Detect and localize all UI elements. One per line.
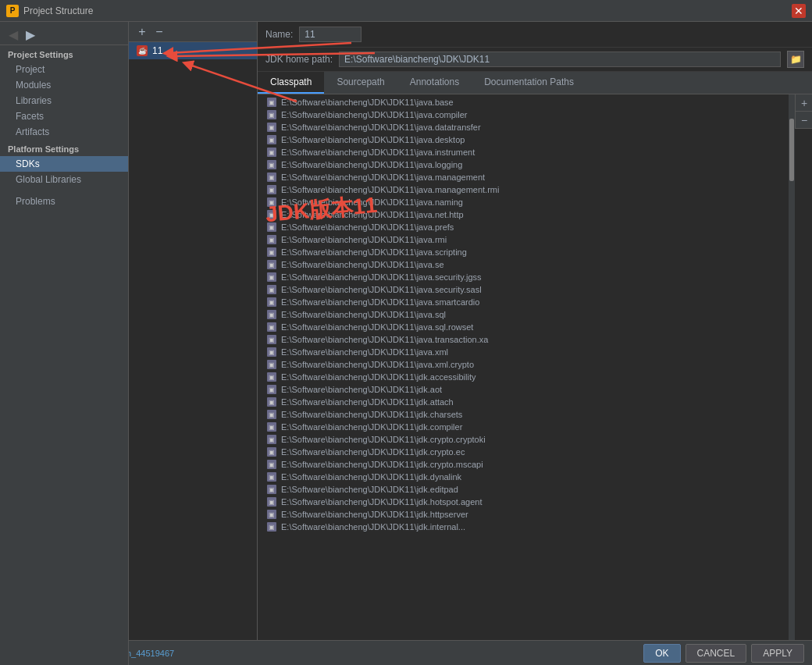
classpath-entry[interactable]: ▣E:\Software\biancheng\JDK\JDK11\java.sm… <box>264 296 789 308</box>
classpath-entry[interactable]: ▣E:\Software\biancheng\JDK\JDK11\jdk.dyn… <box>264 471 789 483</box>
classpath-entry[interactable]: ▣E:\Software\biancheng\JDK\JDK11\jdk.aot <box>264 383 789 396</box>
classpath-entry[interactable]: ▣E:\Software\biancheng\JDK\JDK11\java.tr… <box>264 333 789 346</box>
classpath-entry[interactable]: ▣E:\Software\biancheng\JDK\JDK11\java.in… <box>264 146 789 158</box>
classpath-entry[interactable]: ▣E:\Software\biancheng\JDK\JDK11\java.xm… <box>264 346 789 358</box>
jar-icon: ▣ <box>267 285 276 294</box>
classpath-entry[interactable]: ▣E:\Software\biancheng\JDK\JDK11\jdk.int… <box>264 521 789 533</box>
classpath-entry-text: E:\Software\biancheng\JDK\JDK11\java.rmi <box>281 235 447 244</box>
classpath-entry-text: E:\Software\biancheng\JDK\JDK11\java.sma… <box>281 297 479 307</box>
classpath-entry[interactable]: ▣E:\Software\biancheng\JDK\JDK11\java.rm… <box>264 233 789 246</box>
tab-annotations[interactable]: Annotations <box>397 72 472 94</box>
classpath-entry[interactable]: ▣E:\Software\biancheng\JDK\JDK11\java.se <box>264 258 789 271</box>
sidebar-item-project[interactable]: Project <box>0 62 128 77</box>
tab-sourcepath[interactable]: Sourcepath <box>324 72 397 94</box>
classpath-entry[interactable]: ▣E:\Software\biancheng\JDK\JDK11\java.se… <box>264 283 789 296</box>
scrollbar-thumb[interactable] <box>789 119 794 181</box>
classpath-entry[interactable]: ▣E:\Software\biancheng\JDK\JDK11\java.sq… <box>264 321 789 333</box>
classpath-entry[interactable]: ▣E:\Software\biancheng\JDK\JDK11\java.pr… <box>264 221 789 233</box>
sdk-list-item[interactable]: ☕ 11 <box>129 42 257 59</box>
classpath-entry[interactable]: ▣E:\Software\biancheng\JDK\JDK11\jdk.att… <box>264 396 789 408</box>
jar-icon: ▣ <box>267 222 276 232</box>
classpath-entry-text: E:\Software\biancheng\JDK\JDK11\java.man… <box>281 172 485 182</box>
jar-icon: ▣ <box>267 522 276 532</box>
jar-icon: ▣ <box>267 235 276 244</box>
jar-icon: ▣ <box>267 397 276 407</box>
jar-icon: ▣ <box>267 123 276 132</box>
sidebar-item-modules[interactable]: Modules <box>0 77 128 93</box>
classpath-entry[interactable]: ▣E:\Software\biancheng\JDK\JDK11\java.ba… <box>264 96 789 108</box>
jar-icon: ▣ <box>267 148 276 157</box>
classpath-entry[interactable]: ▣E:\Software\biancheng\JDK\JDK11\java.sc… <box>264 246 789 258</box>
classpath-entry[interactable]: ▣E:\Software\biancheng\JDK\JDK11\java.xm… <box>264 358 789 371</box>
classpath-entry[interactable]: ▣E:\Software\biancheng\JDK\JDK11\jdk.edi… <box>264 483 789 496</box>
apply-button[interactable]: APPLY <box>751 644 804 663</box>
jar-icon: ▣ <box>267 260 276 269</box>
sidebar-item-problems[interactable]: Problems <box>0 194 128 209</box>
jar-icon: ▣ <box>267 98 276 107</box>
classpath-entry-text: E:\Software\biancheng\JDK\JDK11\java.se <box>281 260 444 269</box>
classpath-entry[interactable]: ▣E:\Software\biancheng\JDK\JDK11\java.se… <box>264 271 789 283</box>
back-button[interactable]: ◀ <box>5 27 22 44</box>
jar-icon: ▣ <box>267 447 276 457</box>
classpath-entry[interactable]: ▣E:\Software\biancheng\JDK\JDK11\java.ne… <box>264 208 789 221</box>
classpath-entry[interactable]: ▣E:\Software\biancheng\JDK\JDK11\java.lo… <box>264 158 789 171</box>
sdk-list-panel: + − ☕ 11 <box>129 22 258 665</box>
window-icon: P <box>6 5 19 17</box>
classpath-entry-text: E:\Software\biancheng\JDK\JDK11\jdk.char… <box>281 410 462 419</box>
classpath-entry[interactable]: ▣E:\Software\biancheng\JDK\JDK11\java.co… <box>264 108 789 121</box>
classpath-entry[interactable]: ▣E:\Software\biancheng\JDK\JDK11\jdk.hot… <box>264 496 789 508</box>
sidebar-item-facets[interactable]: Facets <box>0 108 128 124</box>
jdk-path-input[interactable] <box>339 52 781 67</box>
tab-documentation-paths[interactable]: Documentation Paths <box>472 72 586 94</box>
classpath-entry-text: E:\Software\biancheng\JDK\JDK11\jdk.hots… <box>281 497 482 507</box>
window-title: Project Structure <box>23 5 787 16</box>
name-row: Name: <box>258 22 812 48</box>
classpath-entry[interactable]: ▣E:\Software\biancheng\JDK\JDK11\jdk.com… <box>264 421 789 433</box>
classpath-entry[interactable]: ▣E:\Software\biancheng\JDK\JDK11\jdk.acc… <box>264 371 789 383</box>
classpath-entry-text: E:\Software\biancheng\JDK\JDK11\java.scr… <box>281 247 467 257</box>
classpath-entry[interactable]: ▣E:\Software\biancheng\JDK\JDK11\java.da… <box>264 121 789 133</box>
jar-icon: ▣ <box>267 160 276 169</box>
classpath-entry[interactable]: ▣E:\Software\biancheng\JDK\JDK11\jdk.cha… <box>264 408 789 421</box>
classpath-entry[interactable]: ▣E:\Software\biancheng\JDK\JDK11\jdk.htt… <box>264 508 789 521</box>
ok-button[interactable]: OK <box>643 644 680 663</box>
sidebar-item-sdks[interactable]: SDKs <box>0 156 128 172</box>
jar-icon: ▣ <box>267 297 276 307</box>
classpath-entry-text: E:\Software\biancheng\JDK\JDK11\jdk.comp… <box>281 422 462 432</box>
classpath-entry-text: E:\Software\biancheng\JDK\JDK11\jdk.cryp… <box>281 435 486 444</box>
sdk-name: 11 <box>152 45 162 56</box>
browse-button[interactable]: 📁 <box>787 51 804 68</box>
classpath-entry-text: E:\Software\biancheng\JDK\JDK11\java.des… <box>281 135 465 144</box>
close-button[interactable]: ✕ <box>792 4 806 18</box>
bottom-buttons: OK CANCEL APPLY <box>643 644 804 663</box>
classpath-entry[interactable]: ▣E:\Software\biancheng\JDK\JDK11\jdk.cry… <box>264 446 789 458</box>
classpath-entry[interactable]: ▣E:\Software\biancheng\JDK\JDK11\java.sq… <box>264 308 789 321</box>
classpath-entry[interactable]: ▣E:\Software\biancheng\JDK\JDK11\java.de… <box>264 133 789 146</box>
scrollbar[interactable] <box>789 94 795 665</box>
remove-sdk-button[interactable]: − <box>151 23 168 41</box>
sidebar-item-libraries[interactable]: Libraries <box>0 93 128 108</box>
java-icon: ☕ <box>137 45 148 56</box>
classpath-area[interactable]: ▣E:\Software\biancheng\JDK\JDK11\java.ba… <box>258 94 812 665</box>
cancel-button[interactable]: CANCEL <box>686 644 747 663</box>
classpath-entry[interactable]: ▣E:\Software\biancheng\JDK\JDK11\jdk.cry… <box>264 433 789 446</box>
jar-icon: ▣ <box>267 510 276 519</box>
jar-icon: ▣ <box>267 135 276 144</box>
sidebar-item-global-libraries[interactable]: Global Libraries <box>0 172 128 187</box>
classpath-entry[interactable]: ▣E:\Software\biancheng\JDK\JDK11\java.ma… <box>264 183 789 196</box>
jar-icon: ▣ <box>267 385 276 394</box>
forward-button[interactable]: ▶ <box>22 27 39 44</box>
tab-classpath[interactable]: Classpath <box>258 72 324 94</box>
sidebar: ◀ ▶ Project Settings Project Modules Lib… <box>0 22 129 665</box>
name-input[interactable] <box>299 27 361 42</box>
jdk-path-row: JDK home path: 📁 <box>258 48 812 72</box>
classpath-entry-text: E:\Software\biancheng\JDK\JDK11\java.dat… <box>281 123 481 132</box>
classpath-toolbar: + − <box>795 94 812 129</box>
classpath-entry[interactable]: ▣E:\Software\biancheng\JDK\JDK11\java.ma… <box>264 171 789 183</box>
add-entry-button[interactable]: + <box>796 94 812 112</box>
classpath-entry[interactable]: ▣E:\Software\biancheng\JDK\JDK11\java.na… <box>264 196 789 208</box>
add-sdk-button[interactable]: + <box>134 23 151 41</box>
classpath-entry[interactable]: ▣E:\Software\biancheng\JDK\JDK11\jdk.cry… <box>264 458 789 471</box>
sidebar-item-artifacts[interactable]: Artifacts <box>0 124 128 140</box>
remove-entry-button[interactable]: − <box>796 112 812 129</box>
